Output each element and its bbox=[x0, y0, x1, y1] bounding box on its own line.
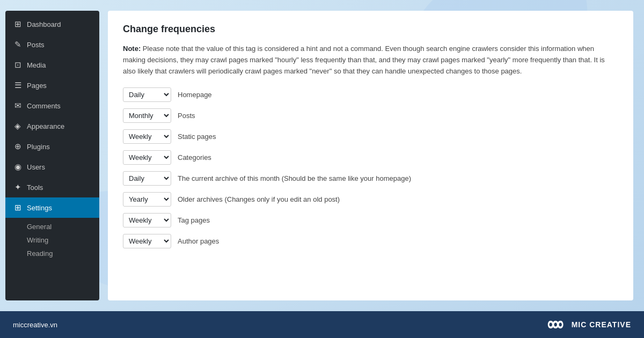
page-title: Change frequencies bbox=[123, 24, 618, 35]
sidebar-item-pages[interactable]: ☰Pages bbox=[5, 75, 99, 95]
freq-label-author-pages: Author pages bbox=[178, 237, 219, 245]
freq-row-homepage: AlwaysHourlyDailyWeeklyMonthlyYearlyNeve… bbox=[123, 87, 618, 102]
note-bold: Note: bbox=[123, 45, 141, 53]
sidebar-label-pages: Pages bbox=[27, 82, 47, 90]
sidebar-item-users[interactable]: ◉Users bbox=[5, 157, 99, 177]
freq-label-categories: Categories bbox=[178, 153, 211, 161]
freq-row-categories: AlwaysHourlyDailyWeeklyMonthlyYearlyNeve… bbox=[123, 150, 618, 165]
sidebar-label-dashboard: Dashboard bbox=[27, 20, 61, 28]
footer-logo-icon bbox=[547, 319, 566, 330]
freq-select-current-archive[interactable]: AlwaysHourlyDailyWeeklyMonthlyYearlyNeve… bbox=[123, 171, 171, 186]
freq-select-author-pages[interactable]: AlwaysHourlyDailyWeeklyMonthlyYearlyNeve… bbox=[123, 234, 171, 248]
freq-label-homepage: Homepage bbox=[178, 91, 212, 99]
freq-select-categories[interactable]: AlwaysHourlyDailyWeeklyMonthlyYearlyNeve… bbox=[123, 150, 171, 165]
freq-label-posts: Posts bbox=[178, 112, 195, 120]
tools-icon: ✦ bbox=[13, 182, 23, 192]
sidebar-item-posts[interactable]: ✎Posts bbox=[5, 34, 99, 55]
pages-icon: ☰ bbox=[13, 80, 23, 90]
sidebar-item-dashboard[interactable]: ⊞Dashboard bbox=[5, 14, 99, 34]
appearance-icon: ◈ bbox=[13, 121, 23, 131]
freq-row-tag-pages: AlwaysHourlyDailyWeeklyMonthlyYearlyNeve… bbox=[123, 213, 618, 227]
sidebar-item-plugins[interactable]: ⊕Plugins bbox=[5, 136, 99, 157]
sidebar-label-settings: Settings bbox=[27, 204, 52, 212]
sidebar-label-comments: Comments bbox=[27, 102, 61, 110]
freq-row-posts: AlwaysHourlyDailyWeeklyMonthlyYearlyNeve… bbox=[123, 108, 618, 123]
dashboard-icon: ⊞ bbox=[13, 19, 23, 29]
freq-select-posts[interactable]: AlwaysHourlyDailyWeeklyMonthlyYearlyNeve… bbox=[123, 108, 171, 123]
sidebar-label-appearance: Appearance bbox=[27, 122, 64, 130]
sidebar-label-posts: Posts bbox=[27, 41, 45, 49]
freq-rows-container: AlwaysHourlyDailyWeeklyMonthlyYearlyNeve… bbox=[123, 87, 618, 248]
sidebar-submenu-settings: GeneralWritingReading bbox=[5, 218, 99, 264]
footer-brand: MIC CREATIVE bbox=[547, 319, 631, 330]
freq-select-static-pages[interactable]: AlwaysHourlyDailyWeeklyMonthlyYearlyNeve… bbox=[123, 129, 171, 144]
freq-label-static-pages: Static pages bbox=[178, 133, 216, 141]
footer-domain: miccreative.vn bbox=[13, 321, 57, 329]
sidebar-item-comments[interactable]: ✉Comments bbox=[5, 95, 99, 116]
freq-row-current-archive: AlwaysHourlyDailyWeeklyMonthlyYearlyNeve… bbox=[123, 171, 618, 186]
freq-select-tag-pages[interactable]: AlwaysHourlyDailyWeeklyMonthlyYearlyNeve… bbox=[123, 213, 171, 227]
freq-label-current-archive: The current archive of this month (Shoul… bbox=[178, 174, 411, 182]
plugins-icon: ⊕ bbox=[13, 142, 23, 151]
sidebar-label-tools: Tools bbox=[27, 183, 43, 192]
freq-select-homepage[interactable]: AlwaysHourlyDailyWeeklyMonthlyYearlyNeve… bbox=[123, 87, 171, 102]
note-box: Note: Please note that the value of this… bbox=[123, 43, 618, 77]
comments-icon: ✉ bbox=[13, 101, 23, 111]
posts-icon: ✎ bbox=[13, 40, 23, 49]
freq-row-static-pages: AlwaysHourlyDailyWeeklyMonthlyYearlyNeve… bbox=[123, 129, 618, 144]
footer-brand-name: MIC CREATIVE bbox=[572, 320, 631, 329]
sidebar-subitem-writing[interactable]: Writing bbox=[5, 233, 99, 247]
freq-row-author-pages: AlwaysHourlyDailyWeeklyMonthlyYearlyNeve… bbox=[123, 234, 618, 248]
sidebar-item-settings[interactable]: ⊞Settings bbox=[5, 197, 99, 218]
sidebar-label-media: Media bbox=[27, 61, 46, 69]
sidebar-item-tools[interactable]: ✦Tools bbox=[5, 177, 99, 197]
content-area: Change frequencies Note: Please note tha… bbox=[108, 11, 633, 300]
note-text: Please note that the value of this tag i… bbox=[123, 45, 605, 75]
settings-icon: ⊞ bbox=[13, 203, 23, 212]
footer: miccreative.vn MIC CREATIVE bbox=[0, 311, 644, 338]
users-icon: ◉ bbox=[13, 162, 23, 172]
freq-label-older-archives: Older archives (Changes only if you edit… bbox=[178, 195, 340, 203]
sidebar-item-appearance[interactable]: ◈Appearance bbox=[5, 116, 99, 136]
sidebar-subitem-reading[interactable]: Reading bbox=[5, 247, 99, 260]
freq-select-older-archives[interactable]: AlwaysHourlyDailyWeeklyMonthlyYearlyNeve… bbox=[123, 192, 171, 207]
sidebar-item-media[interactable]: ⊡Media bbox=[5, 55, 99, 75]
freq-label-tag-pages: Tag pages bbox=[178, 216, 210, 224]
sidebar-label-plugins: Plugins bbox=[27, 143, 50, 151]
sidebar-label-users: Users bbox=[27, 163, 45, 171]
sidebar-subitem-general[interactable]: General bbox=[5, 220, 99, 233]
media-icon: ⊡ bbox=[13, 60, 23, 70]
main-wrapper: ⊞Dashboard✎Posts⊡Media☰Pages✉Comments◈Ap… bbox=[0, 0, 644, 311]
freq-row-older-archives: AlwaysHourlyDailyWeeklyMonthlyYearlyNeve… bbox=[123, 192, 618, 207]
sidebar: ⊞Dashboard✎Posts⊡Media☰Pages✉Comments◈Ap… bbox=[5, 11, 99, 300]
